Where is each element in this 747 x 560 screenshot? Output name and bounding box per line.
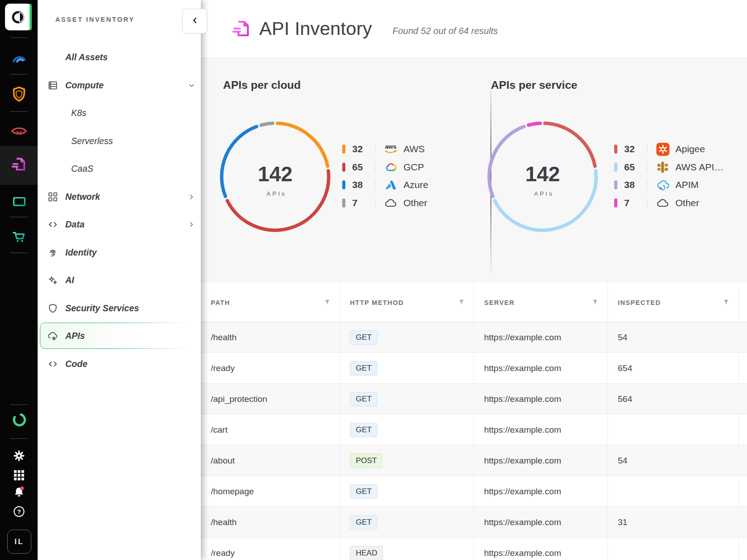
cell-http-method: GET (340, 507, 474, 537)
charts-section: APIs per cloud142APIs32awsAWS65GCP38Azur… (201, 58, 747, 283)
donut-total: 142 (258, 162, 293, 186)
sidebar-item-apis[interactable]: APIs (38, 322, 201, 350)
rail-button-help-icon[interactable]: ? (0, 503, 38, 521)
azure-icon (383, 178, 398, 192)
table-row[interactable]: /cartGEThttps://example.com (201, 415, 747, 445)
legend-value: 32 (352, 144, 373, 154)
sidebar-item-caas[interactable]: CaaS (38, 155, 201, 183)
legend-label: APIM (675, 179, 698, 190)
column-label: INSPECTED (618, 299, 661, 306)
legend-item-aws: 32awsAWS (342, 142, 428, 156)
rail-button-eye-icon[interactable] (0, 118, 38, 145)
table-row[interactable]: /readyHEADhttps://example.com (201, 538, 747, 560)
rail-divider (10, 217, 27, 217)
rail-button-monitor-icon[interactable] (0, 190, 38, 217)
notifications-bell-icon (12, 485, 26, 501)
network-icon (47, 191, 58, 203)
cart-icon (10, 227, 29, 248)
legend-label: AWS (403, 144, 425, 154)
legend-color-pill (614, 180, 617, 189)
filter-icon[interactable] (324, 299, 330, 306)
legend-value: 7 (352, 198, 373, 208)
sidebar-title: ASSET INVENTORY (55, 16, 135, 23)
legend-separator (647, 144, 647, 154)
cloud-icon (383, 196, 398, 210)
legend-separator (375, 180, 375, 190)
chevron-left-icon (191, 17, 199, 26)
legend-separator (375, 162, 375, 172)
sidebar-item-network[interactable]: Network (38, 183, 201, 211)
sidebar-item-all-assets[interactable]: All Assets (38, 43, 201, 72)
data-icon (47, 219, 58, 231)
sidebar-item-label: K8s (71, 108, 87, 118)
chevron-right-icon[interactable] (187, 193, 195, 201)
sidebar-item-compute[interactable]: Compute (38, 72, 201, 100)
sidebar-item-data[interactable]: Data (38, 211, 201, 239)
legend-label: AWS API… (675, 162, 724, 173)
legend-color-pill (342, 198, 345, 208)
sidebar-item-label: AI (65, 275, 74, 285)
legend-label: Other (403, 198, 427, 208)
sidebar-item-identity[interactable]: Identity (38, 239, 201, 267)
sidebar-collapse-button[interactable] (182, 9, 207, 34)
sidebar-item-label: Code (65, 359, 87, 369)
legend-label: GCP (403, 162, 424, 173)
legend-value: 38 (352, 179, 373, 190)
cell-http-method: GET (340, 476, 474, 507)
chevron-right-icon[interactable] (187, 221, 195, 229)
rail-button-ring-logo-icon[interactable] (0, 411, 38, 430)
user-avatar[interactable]: IL (7, 530, 31, 554)
sidebar-item-label: Network (65, 192, 100, 202)
cell-server: https://example.com (474, 384, 608, 414)
orca-logo (5, 4, 32, 30)
rail-button-apps-grid-icon[interactable] (0, 467, 38, 485)
table-row[interactable]: /api_protectionGEThttps://example.com564 (201, 384, 747, 415)
cell-path: /health (201, 322, 340, 352)
legend-separator (375, 198, 375, 208)
chevron-down-icon[interactable] (187, 81, 195, 89)
rail-button-gauge-icon[interactable] (0, 46, 38, 72)
cell-http-method: GET (340, 353, 474, 383)
filter-icon[interactable] (723, 299, 729, 306)
table-row[interactable]: /readyGEThttps://example.com654 (201, 353, 747, 384)
monitor-icon (10, 193, 29, 214)
apim-icon (655, 178, 670, 192)
sidebar-item-k8s[interactable]: K8s (38, 99, 201, 127)
table-row[interactable]: /healthGEThttps://example.com31 (201, 507, 747, 538)
rail-button-settings-gear-icon[interactable] (0, 448, 38, 466)
rail-button-cart-icon[interactable] (0, 225, 38, 251)
sidebar-item-serverless[interactable]: Serverless (38, 127, 201, 155)
sidebar-item-code[interactable]: Code (38, 350, 201, 378)
legend-label: Azure (403, 179, 428, 190)
rail-button-shield-icon[interactable] (0, 82, 38, 108)
cell-inspected: 31 (608, 507, 739, 537)
filter-icon[interactable] (592, 299, 598, 306)
sidebar-item-security-services[interactable]: Security Services (38, 294, 201, 323)
rail-divider (10, 404, 27, 405)
sidebar-item-ai[interactable]: AI (38, 266, 201, 294)
legend-value: 7 (624, 198, 645, 208)
rail-divider (10, 37, 27, 38)
cell-path: /health (201, 507, 340, 537)
cell-empty (739, 538, 747, 560)
cell-server: https://example.com (474, 322, 608, 352)
legend-separator (647, 162, 647, 172)
table-row[interactable]: /healthGEThttps://example.com54 (201, 322, 747, 353)
cell-empty (739, 445, 747, 476)
donut-segment-azure (222, 126, 257, 196)
table-row[interactable]: /aboutPOSThttps://example.com54 (201, 445, 747, 476)
table-row[interactable]: /homepageGEThttps://example.com (201, 476, 747, 507)
cell-empty (739, 507, 747, 537)
cell-inspected: 654 (608, 353, 739, 383)
table-header-row: PATHHTTP METHODSERVERINSPECTED (201, 283, 747, 322)
rail-divider (10, 252, 27, 253)
svg-text:?: ? (17, 508, 20, 515)
cell-path: /cart (201, 415, 340, 445)
rail-button-api-doc-icon[interactable] (0, 146, 38, 185)
column-label: PATH (211, 299, 230, 306)
filter-icon[interactable] (458, 299, 465, 306)
legend-color-pill (614, 145, 617, 154)
cell-path: /ready (201, 538, 340, 560)
aws-icon: aws (383, 142, 398, 156)
rail-button-notifications-bell-icon[interactable] (0, 484, 38, 502)
